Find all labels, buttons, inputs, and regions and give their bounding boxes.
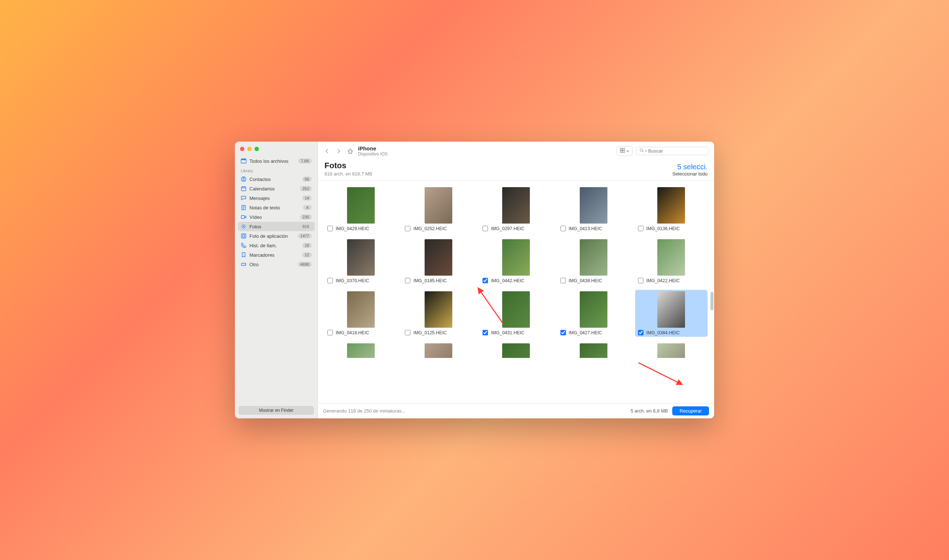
photo-cell[interactable]: IMG_0384.HEIC (635, 290, 708, 337)
minimize-window-button[interactable] (247, 147, 252, 151)
photo-thumbnail[interactable] (647, 239, 695, 275)
scrollbar-thumb[interactable] (711, 292, 714, 310)
flower-icon (241, 223, 246, 229)
photo-cell[interactable]: IMG_0413.HEIC (558, 186, 630, 233)
sidebar-item-hist[interactable]: Hist. de llam.18 (238, 241, 315, 250)
photo-checkbox[interactable] (560, 278, 566, 283)
chat-icon (241, 195, 246, 201)
photo-cell[interactable] (325, 342, 397, 359)
photo-thumbnail[interactable] (414, 239, 463, 275)
photo-checkbox[interactable] (405, 278, 411, 283)
archive-icon (241, 158, 246, 164)
sidebar-item-contactos[interactable]: Contactos56 (238, 174, 315, 184)
photo-thumbnail[interactable] (569, 343, 618, 358)
sidebar-item-marcadores[interactable]: Marcadores12 (238, 250, 315, 260)
photo-thumbnail[interactable] (414, 187, 463, 223)
show-in-finder-button[interactable]: Mostrar en Finder (238, 406, 314, 415)
photo-thumbnail[interactable] (569, 187, 618, 223)
photo-cell[interactable] (480, 342, 552, 359)
recover-button[interactable]: Recuperar (672, 406, 709, 415)
user-circle-icon (241, 176, 246, 182)
photo-checkbox[interactable] (638, 226, 643, 231)
photo-checkbox[interactable] (638, 330, 643, 335)
photo-cell[interactable]: IMG_0125.HEIC (402, 290, 475, 337)
svg-rect-26 (620, 148, 622, 150)
device-subtitle: Dispositivo iOS (358, 151, 613, 157)
photo-filename: IMG_0297.HEIC (491, 226, 524, 231)
photo-cell[interactable]: IMG_0252.HEIC (402, 186, 475, 233)
photo-cell[interactable]: IMG_0429.HEIC (325, 186, 397, 233)
sidebar-item-mensajes[interactable]: Mensajes14 (238, 193, 315, 203)
sidebar-item-all-files[interactable]: Todos los archivos 7,6K (238, 156, 315, 166)
nav-forward-button[interactable] (335, 147, 343, 155)
photo-checkbox[interactable] (483, 330, 488, 335)
photo-thumbnail[interactable] (647, 291, 695, 328)
photo-thumbnail[interactable] (492, 187, 540, 223)
sidebar-item-label: Todos los archivos (249, 158, 295, 164)
photo-thumbnail[interactable] (492, 343, 540, 358)
photo-filename: IMG_0422.HEIC (646, 278, 680, 283)
photo-cell[interactable] (635, 342, 708, 359)
photo-thumbnail[interactable] (569, 291, 618, 328)
nav-back-button[interactable] (323, 147, 331, 155)
photo-cell[interactable]: IMG_0297.HEIC (480, 186, 552, 233)
search-field[interactable]: ▾ (636, 147, 709, 155)
sidebar-item-label: Vídeo (249, 214, 297, 220)
sidebar-item-badge: 1477 (298, 233, 312, 238)
photo-thumbnail[interactable] (337, 239, 385, 275)
view-options-button[interactable] (617, 146, 632, 156)
photo-checkbox[interactable] (560, 226, 566, 231)
photo-checkbox[interactable] (328, 330, 333, 335)
photo-checkbox[interactable] (328, 226, 333, 231)
sidebar-item-otro[interactable]: Otro4690 (238, 260, 315, 269)
sidebar-item-notas[interactable]: Notas de texto4 (238, 203, 315, 212)
photo-checkbox[interactable] (483, 226, 488, 231)
photo-thumbnail[interactable] (414, 343, 463, 358)
sidebar-item-fotos[interactable]: Fotos816 (238, 222, 315, 231)
photo-cell[interactable]: IMG_0370.HEIC (325, 238, 397, 285)
photo-grid-scroll[interactable]: IMG_0429.HEICIMG_0252.HEICIMG_0297.HEICI… (318, 181, 714, 403)
sidebar: Todos los archivos 7,6K Library Contacto… (235, 142, 318, 418)
nav-home-button[interactable] (346, 147, 354, 155)
photo-thumbnail[interactable] (414, 291, 463, 328)
sidebar-item-label: Mensajes (249, 195, 299, 201)
photo-checkbox[interactable] (328, 278, 333, 283)
photo-thumbnail[interactable] (337, 291, 385, 328)
photo-cell[interactable]: IMG_0185.HEIC (402, 238, 475, 285)
sidebar-item-video[interactable]: Vídeo235 (238, 212, 315, 222)
photo-checkbox[interactable] (405, 330, 411, 335)
sidebar-item-calendarios[interactable]: Calendarios252 (238, 184, 315, 193)
photo-thumbnail[interactable] (492, 291, 540, 328)
photo-checkbox[interactable] (405, 226, 411, 231)
photo-cell[interactable]: IMG_0427.HEIC (558, 290, 630, 337)
sidebar-list: Todos los archivos 7,6K Library Contacto… (235, 155, 318, 402)
photo-thumbnail[interactable] (337, 187, 385, 223)
sidebar-item-fotoapp[interactable]: Foto de aplicación1477 (238, 231, 315, 241)
photo-cell[interactable]: IMG_0431.HEIC (480, 290, 552, 337)
photo-thumbnail[interactable] (492, 239, 540, 275)
search-input[interactable] (648, 148, 709, 154)
select-all-button[interactable]: Seleccionar todo (672, 171, 708, 177)
photo-thumbnail[interactable] (647, 343, 695, 358)
photo-cell[interactable]: IMG_0438.HEIC (558, 238, 630, 285)
photo-thumbnail[interactable] (337, 343, 385, 358)
photo-cell[interactable]: IMG_0418.HEIC (325, 290, 397, 337)
photo-thumbnail[interactable] (569, 239, 618, 275)
svg-rect-28 (620, 151, 622, 152)
photo-cell[interactable] (402, 342, 475, 359)
photo-cell[interactable]: IMG_0422.HEIC (635, 238, 708, 285)
photo-checkbox[interactable] (560, 330, 566, 335)
photo-cell[interactable] (558, 342, 630, 359)
sidebar-item-badge: 12 (302, 252, 312, 257)
svg-point-30 (640, 149, 643, 151)
sidebar-item-label: Calendarios (249, 186, 297, 192)
photo-thumbnail[interactable] (647, 187, 695, 223)
close-window-button[interactable] (240, 147, 245, 151)
zoom-window-button[interactable] (255, 147, 259, 151)
sidebar-item-badge: 4690 (298, 262, 312, 267)
photo-checkbox[interactable] (638, 278, 643, 283)
photo-cell[interactable]: IMG_0136.HEIC (635, 186, 708, 233)
photo-checkbox[interactable] (483, 278, 488, 283)
photo-filename: IMG_0125.HEIC (413, 330, 447, 335)
photo-cell[interactable]: IMG_0442.HEIC (480, 238, 552, 285)
